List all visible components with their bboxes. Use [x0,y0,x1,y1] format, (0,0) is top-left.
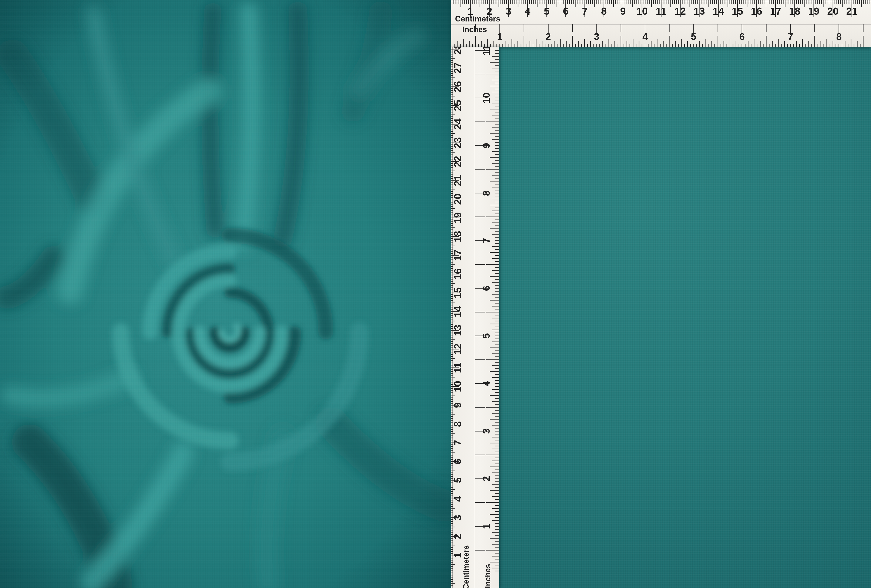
inch-tick [496,44,497,47]
cm-tick [504,0,505,4]
inch-tick [495,392,499,393]
inch-tick [492,115,499,116]
cm-tick [798,0,799,4]
inch-tick [495,288,499,289]
cm-tick [497,0,497,4]
cm-tick [600,0,600,4]
inch-tick [506,41,506,47]
inch-tick [486,359,499,360]
inch-tick [486,121,499,122]
inch-tick [495,89,499,89]
cm-tick [720,0,721,4]
inch-tick [495,565,499,566]
inch-tick [495,350,499,351]
cm-tick [477,0,478,4]
cm-tick [487,0,488,4]
inch-tick [490,133,499,134]
inch-tick [490,419,499,420]
inch-tick [490,157,499,158]
inch-tick [602,41,603,47]
inch-tick [669,36,670,47]
cm-tick [825,0,826,4]
cm-tick [520,0,520,4]
inch-tick [495,202,499,202]
cm-number: 4 [525,6,531,16]
cm-tick [689,0,690,7]
inch-tick [657,39,657,47]
cm-tick [764,0,765,4]
cm-tick [499,0,499,7]
inch-tick [492,449,499,449]
inch-tick [808,41,809,47]
inch-tick [466,44,467,47]
cm-tick [630,0,631,4]
inch-tick [492,151,499,152]
inch-tick [495,309,499,310]
inch-tick [766,36,766,47]
inch-tick [490,300,499,301]
inch-tick [495,178,499,178]
inch-tick [492,68,499,69]
inch-tick [492,437,499,437]
cm-tick [712,0,713,4]
inch-tick [495,59,499,60]
inch-tick [495,416,499,417]
inch-tick [669,24,670,32]
cm-tick [592,0,593,4]
inch-tick [495,249,499,250]
cm-tick [479,0,480,7]
inch-tick [495,559,499,560]
inch-tick [490,491,499,491]
inch-number: 6 [739,32,745,42]
inch-tick [495,77,499,77]
flat-fabric [451,0,871,588]
inch-tick [495,97,499,98]
cm-number: 21 [846,6,858,16]
cm-number: 13 [694,6,705,16]
cm-tick [745,0,745,4]
inch-tick [563,44,564,47]
cm-tick [518,0,518,7]
cm-tick [867,0,868,4]
inch-tick [474,502,485,503]
inch-tick [490,562,499,563]
inch-tick [742,44,742,47]
inch-tick [554,41,555,47]
inch-tick [492,353,499,354]
cm-tick [644,0,644,4]
inch-tick [492,163,499,164]
cm-tick [634,0,635,4]
cm-tick [760,0,761,4]
cm-tick [800,0,801,4]
inch-tick [495,333,499,333]
inch-tick [474,121,485,122]
cm-tick [464,0,465,4]
inch-tick [495,499,499,500]
cm-tick [669,0,669,4]
inch-tick [474,74,485,75]
inch-tick [527,44,527,47]
inch-tick [495,422,499,423]
cm-tick [802,0,803,4]
inch-tick [492,568,499,569]
cm-tick [537,0,537,7]
inch-tick [478,44,479,47]
inch-tick [495,476,499,476]
cm-tick [766,0,766,7]
inch-number: 8 [482,190,491,196]
cm-tick [577,0,578,4]
inch-number: 3 [482,428,491,434]
cm-tick [709,0,709,7]
inch-tick [495,214,499,214]
inch-tick [495,255,499,256]
inch-tick [474,264,485,265]
inch-tick [474,217,485,217]
inch-tick [495,220,499,220]
inch-tick [492,508,499,509]
cm-tick [861,0,862,7]
inch-tick [475,36,476,47]
inch-tick [490,514,499,515]
inch-tick [475,24,476,32]
cm-tick [596,0,597,4]
cm-tick [768,0,768,4]
